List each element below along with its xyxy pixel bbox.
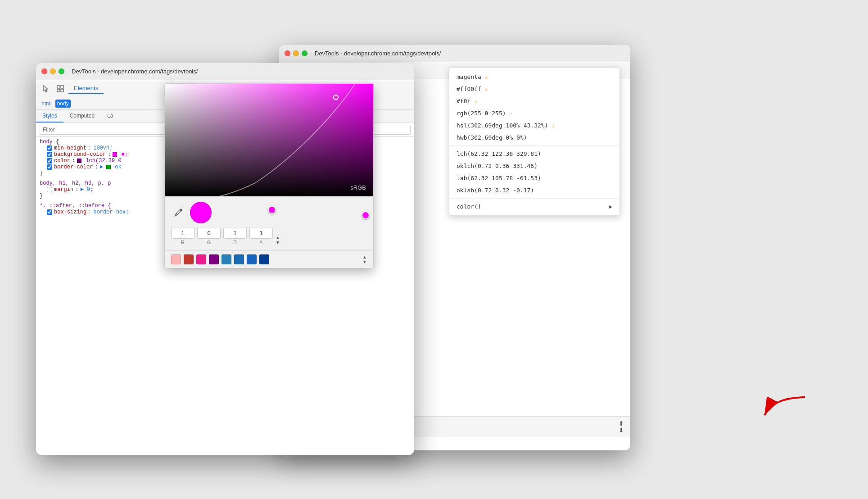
checkbox-color[interactable] xyxy=(47,158,52,163)
prop-name-color: color xyxy=(54,158,70,164)
format-item-rgb[interactable]: rgb(255 0 255) ⚠ xyxy=(449,107,619,119)
picker-inputs: R G B A ▲ ▼ xyxy=(171,227,367,245)
checkbox-border[interactable] xyxy=(47,164,52,170)
format-item-hsl[interactable]: hsl(302.69deg 100% 43.32%) ⚠ xyxy=(449,119,619,132)
checkbox-box-sizing[interactable] xyxy=(47,209,52,215)
input-a[interactable] xyxy=(249,227,273,239)
spectrum-cursor[interactable] xyxy=(333,95,339,100)
swatch-8[interactable] xyxy=(259,254,269,264)
css-selector-headings: body, h1, h2, h3, p, p xyxy=(40,180,111,186)
colon-min-height: : xyxy=(88,145,91,151)
warn-icon-f0f: ⚠ xyxy=(474,98,477,104)
swatch-7[interactable] xyxy=(247,254,257,264)
format-label-lab: lab(62.32 105.78 -61.53) xyxy=(457,175,541,181)
svg-rect-1 xyxy=(61,86,63,88)
warn-icon-magenta: ⚠ xyxy=(485,74,488,80)
minimize-button-back[interactable] xyxy=(293,50,299,56)
format-label-lch: lch(62.32 122.38 329.81) xyxy=(457,150,541,157)
close-button-front[interactable] xyxy=(41,68,47,74)
spinner-up[interactable]: ▲ xyxy=(276,236,280,240)
prop-value-box-sizing: border-box; xyxy=(93,209,129,215)
input-g[interactable] xyxy=(197,227,221,239)
window-title-front: DevTools - developer.chrome.com/tags/dev… xyxy=(72,68,198,75)
format-label-rgb: rgb(255 0 255) xyxy=(457,110,506,117)
format-divider-2 xyxy=(449,198,619,199)
tab-styles[interactable]: Styles xyxy=(36,110,63,122)
minimize-button-front[interactable] xyxy=(50,68,56,74)
close-button-back[interactable] xyxy=(285,50,290,56)
traffic-lights-back[interactable] xyxy=(285,50,307,56)
srgb-label: sRGB xyxy=(350,184,366,191)
svg-rect-2 xyxy=(57,89,60,92)
format-item-lab[interactable]: lab(62.32 105.78 -61.53) xyxy=(449,172,619,184)
format-item-magenta[interactable]: magenta ⚠ xyxy=(449,71,619,83)
titlebar-back: DevTools - developer.chrome.com/tags/dev… xyxy=(279,45,630,62)
label-r: R xyxy=(181,240,185,245)
format-item-ff00ff[interactable]: #ff00ff ⚠ xyxy=(449,83,619,95)
spinner-down[interactable]: ▼ xyxy=(276,240,280,245)
input-group-b: B xyxy=(223,227,247,245)
prop-name-box-sizing: box-sizing xyxy=(54,209,86,215)
svg-rect-3 xyxy=(61,89,63,92)
maximize-button-front[interactable] xyxy=(59,68,64,74)
color-swatch-color[interactable] xyxy=(77,159,81,163)
breadcrumb-html[interactable]: html xyxy=(40,100,54,108)
color-spectrum[interactable]: sRGB xyxy=(165,84,373,196)
format-item-oklch[interactable]: oklch(0.72 0.36 331.46) xyxy=(449,160,619,172)
maximize-button-back[interactable] xyxy=(302,50,307,56)
eyedropper-button[interactable] xyxy=(171,205,185,220)
color-format-dropdown: magenta ⚠ #ff00ff ⚠ #f0f ⚠ rgb(255 0 255… xyxy=(449,68,620,216)
inspect-icon[interactable] xyxy=(54,82,67,95)
swatch-scroll[interactable]: ▲ ▼ xyxy=(362,255,367,264)
tab-la[interactable]: La xyxy=(101,110,119,122)
prop-value-color: lch(32.39 0 xyxy=(77,158,121,164)
checkbox-min-height[interactable] xyxy=(47,145,52,151)
tab-elements[interactable]: Elements xyxy=(68,83,104,94)
format-item-oklab[interactable]: oklab(0.72 0.32 -0.17) xyxy=(449,184,619,196)
breadcrumb-body[interactable]: body xyxy=(55,100,71,108)
css-selector-body: body { xyxy=(40,139,59,145)
format-item-color[interactable]: color() ▶ xyxy=(449,200,619,213)
format-item-lch[interactable]: lch(62.32 122.38 329.81) xyxy=(449,148,619,160)
swatch-scroll-up[interactable]: ▲ xyxy=(362,255,367,259)
format-divider xyxy=(449,145,619,146)
label-b: B xyxy=(233,240,236,245)
swatch-4[interactable] xyxy=(209,254,219,264)
input-group-g: G xyxy=(197,227,221,245)
checkbox-margin[interactable] xyxy=(47,187,52,192)
label-g: G xyxy=(207,240,211,245)
prop-value-border: ► ok xyxy=(100,164,122,170)
warn-icon-rgb: ⚠ xyxy=(510,110,513,117)
color-picker-popup: sRGB xyxy=(164,83,374,268)
swatch-6[interactable] xyxy=(234,254,244,264)
prop-name-min-height: min-height xyxy=(54,145,86,151)
input-r[interactable] xyxy=(171,227,194,239)
svg-rect-0 xyxy=(57,86,60,88)
swatch-1[interactable] xyxy=(171,254,181,264)
swatch-spinner-back[interactable]: ⬆ ⬇ xyxy=(619,420,624,433)
css-selector-universal: *, ::after, ::before { xyxy=(40,203,111,209)
input-b[interactable] xyxy=(223,227,247,239)
color-swatch-border[interactable] xyxy=(106,165,111,169)
swatch-2[interactable] xyxy=(184,254,194,264)
format-arrow-color: ▶ xyxy=(609,203,612,210)
alpha-thumb[interactable] xyxy=(362,211,370,219)
tab-computed[interactable]: Computed xyxy=(63,110,101,122)
hue-thumb[interactable] xyxy=(268,206,276,214)
warn-icon-hsl: ⚠ xyxy=(552,122,555,129)
format-item-hwb[interactable]: hwb(302.69deg 0% 0%) xyxy=(449,132,619,144)
checkbox-bg-color[interactable] xyxy=(47,152,52,157)
color-swatch-bg[interactable] xyxy=(113,152,117,157)
format-label-ff00ff: #ff00ff xyxy=(457,86,481,92)
prop-value-min-height: 100vh; xyxy=(93,145,113,151)
format-label-hsl: hsl(302.69deg 100% 43.32%) xyxy=(457,122,548,129)
format-item-f0f[interactable]: #f0f ⚠ xyxy=(449,95,619,107)
traffic-lights-front[interactable] xyxy=(41,68,64,74)
swatch-5[interactable] xyxy=(222,254,231,264)
cursor-icon[interactable] xyxy=(40,82,52,95)
input-spinner[interactable]: ▲ ▼ xyxy=(276,236,280,245)
swatch-3[interactable] xyxy=(196,254,206,264)
swatch-scroll-down[interactable]: ▼ xyxy=(362,260,367,264)
picker-row-top xyxy=(171,202,367,223)
prop-name-margin: margin xyxy=(54,186,73,193)
